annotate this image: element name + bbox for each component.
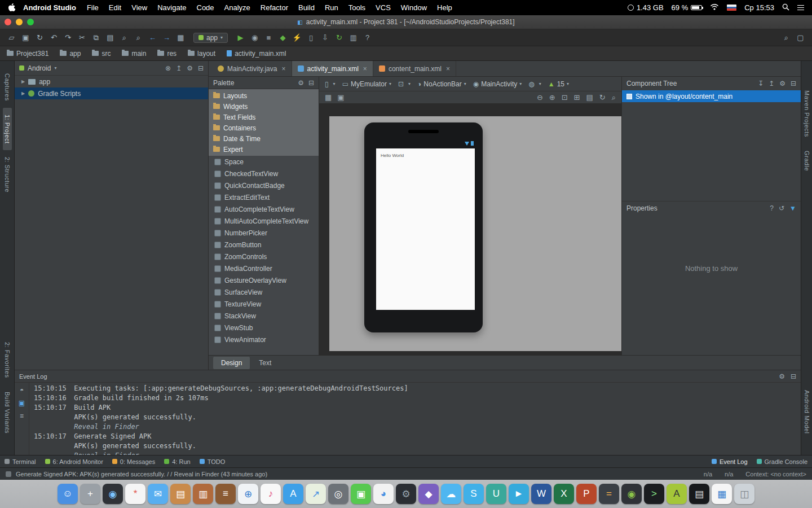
toolwindow-run[interactable]: 4: Run <box>164 458 190 465</box>
toolwindow-terminal[interactable]: Terminal <box>5 458 36 465</box>
trash-icon[interactable]: ◫ <box>734 484 754 504</box>
reminders-icon[interactable]: ≡ <box>215 484 236 504</box>
replace-icon[interactable]: ⌕ <box>131 30 145 46</box>
tool-button-android-model[interactable]: Android Model <box>802 383 811 440</box>
gradle-event-icon[interactable]: ◓ <box>20 386 24 394</box>
palette-widget[interactable]: GestureOverlayView <box>209 274 319 286</box>
toolwindow-messages[interactable]: 0: Messages <box>112 458 155 465</box>
orientation-selector[interactable]: ▯ ▾ <box>325 80 336 88</box>
battery-indicator[interactable]: 69 % <box>672 3 703 12</box>
palette-widget[interactable]: AutoCompleteTextView <box>209 203 319 215</box>
safari-icon[interactable]: ⊕ <box>238 484 258 504</box>
hide-panel-icon[interactable]: ⊟ <box>198 64 204 72</box>
palette-settings-icon[interactable]: ⚙ <box>298 79 304 87</box>
compile-icon[interactable]: ▦ <box>174 30 188 46</box>
settings-icon[interactable]: ⚙ <box>187 64 193 72</box>
breadcrumb-item[interactable]: layout <box>188 50 215 58</box>
activity-selector[interactable]: ◉ MainActivity ▾ <box>473 80 522 88</box>
device-selector[interactable]: ▭ MyEmulator ▾ <box>342 80 391 88</box>
wifi-icon[interactable] <box>710 3 719 12</box>
redo-icon[interactable]: ↷ <box>61 30 75 46</box>
books-icon[interactable]: ▥ <box>193 484 213 504</box>
filter-icon[interactable]: ▼ <box>789 204 796 212</box>
back-icon[interactable]: ← <box>145 30 160 46</box>
menubar-item[interactable]: Edit <box>104 3 126 12</box>
help-icon[interactable]: ? <box>770 204 774 212</box>
project-node-app[interactable]: ▶ app <box>15 76 208 87</box>
toolwindow-android-monitor[interactable]: 6: Android Monitor <box>45 458 103 465</box>
open-icon[interactable]: ▱ <box>5 30 19 46</box>
skype-icon[interactable]: S <box>464 484 484 504</box>
copy-icon[interactable]: ⧉ <box>89 30 103 46</box>
collapse-all-icon[interactable]: ↥ <box>769 80 774 87</box>
toolwindow-layout-icon[interactable]: ▢ <box>793 30 807 46</box>
breadcrumb-item[interactable]: activity_main.xml <box>227 50 286 58</box>
menubar-item[interactable]: Window <box>396 3 432 12</box>
palette-widget[interactable]: MultiAutoCompleteTextView <box>209 215 319 227</box>
collapse-all-icon[interactable]: ⊗ <box>165 64 171 72</box>
tool-button-gradle[interactable]: Gradle <box>802 144 811 178</box>
excel-icon[interactable]: X <box>554 484 574 504</box>
tab-mainactivity-java[interactable]: MainActivity.java × <box>212 61 292 76</box>
find-icon[interactable]: ⌕ <box>117 30 131 46</box>
sdk-manager-icon[interactable]: ⇩ <box>318 30 332 46</box>
zoom-in-icon[interactable]: ⊕ <box>549 93 555 102</box>
palette-widget[interactable]: SurfaceView <box>209 286 319 298</box>
paste-icon[interactable]: ▤ <box>103 30 117 46</box>
menubar-item[interactable]: Navigate <box>152 3 191 12</box>
design-tab[interactable]: Design <box>213 357 250 369</box>
android-icon[interactable]: A <box>667 484 687 504</box>
tool-button-maven-projects[interactable]: Maven Projects <box>802 84 811 144</box>
configuration-selector[interactable]: ⊡ ▾ <box>398 80 411 88</box>
toolwindow-todo[interactable]: TODO <box>200 458 226 465</box>
zoom-fit-icon[interactable]: ⊡ <box>562 93 568 102</box>
palette-category[interactable]: Containers <box>209 122 319 133</box>
layout-inspector-icon[interactable]: ▥ <box>346 30 360 46</box>
palette-widget[interactable]: ZoomControls <box>209 251 319 262</box>
save-all-icon[interactable]: ▣ <box>19 30 33 46</box>
api-version-selector[interactable]: ▲ 15 ▾ <box>548 80 569 88</box>
apple-menu-icon[interactable] <box>8 3 15 12</box>
spotlight-icon[interactable] <box>782 3 789 12</box>
utorrent-icon[interactable]: U <box>486 484 506 504</box>
run-icon[interactable]: ▶ <box>233 30 248 46</box>
preview-search-icon[interactable]: ⌕ <box>612 93 616 102</box>
powerpoint-icon[interactable]: P <box>576 484 597 504</box>
menubar-app-name[interactable]: Android Studio <box>23 3 76 12</box>
android-studio-icon[interactable]: ◉ <box>621 484 642 504</box>
facetime-icon[interactable]: ▣ <box>351 484 371 504</box>
text-editor-icon[interactable]: ▤ <box>689 484 709 504</box>
telegram-icon[interactable]: ► <box>509 484 529 504</box>
refresh-preview-icon[interactable]: ↻ <box>599 93 606 102</box>
camera-icon[interactable]: ◎ <box>328 484 348 504</box>
maps-icon[interactable]: ↗ <box>306 484 326 504</box>
attach-debugger-icon[interactable]: ⚡ <box>290 30 304 46</box>
tree-settings-icon[interactable]: ⚙ <box>779 80 785 87</box>
toolwindow-gradle-console[interactable]: Gradle Console <box>757 458 807 465</box>
palette-category[interactable]: Text Fields <box>209 112 319 122</box>
restore-defaults-icon[interactable]: ↺ <box>779 204 784 212</box>
toolwindow-event-log[interactable]: Event Log <box>712 458 748 465</box>
render-options-icon[interactable]: ▦ <box>325 93 332 102</box>
keyboard-layout-flag-icon[interactable] <box>727 5 736 11</box>
palette-widget[interactable]: MediaController <box>209 262 319 274</box>
menubar-item[interactable]: VCS <box>370 3 396 12</box>
tool-button-build-variants[interactable]: Build Variants <box>3 385 12 440</box>
forward-icon[interactable]: → <box>160 30 174 46</box>
menubar-item[interactable]: Analyze <box>219 3 255 12</box>
photos-icon[interactable]: * <box>125 484 145 504</box>
terminal-icon[interactable]: > <box>644 484 664 504</box>
search-everywhere-icon[interactable]: ⌕ <box>779 30 793 46</box>
tree-hide-icon[interactable]: ⊟ <box>791 80 796 87</box>
design-surface[interactable]: Hello World <box>329 116 621 351</box>
cloud-drive-icon[interactable]: ☁ <box>441 484 461 504</box>
tab-activity-main-xml[interactable]: activity_main.xml × <box>292 61 373 76</box>
project-view-selector[interactable]: Android <box>28 64 51 72</box>
mail-icon[interactable]: ✉ <box>148 484 168 504</box>
zoom-window-button[interactable] <box>27 19 34 25</box>
tool-button-captures[interactable]: Captures <box>3 67 12 108</box>
close-tab-icon[interactable]: × <box>363 65 367 73</box>
help-icon[interactable]: ? <box>360 30 374 46</box>
palette-widget[interactable]: QuickContactBadge <box>209 179 319 191</box>
save-screenshot-icon[interactable]: ▣ <box>337 93 344 102</box>
